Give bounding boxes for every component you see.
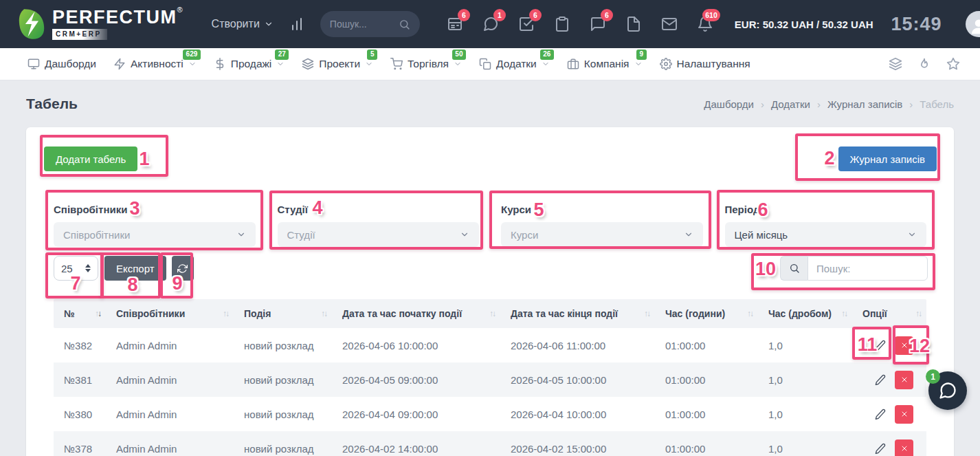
nav-item-sales[interactable]: Продажі 27	[214, 48, 285, 80]
create-label: Створити	[212, 18, 260, 30]
tasks-button[interactable]: 6	[517, 15, 535, 33]
cell-options	[852, 336, 926, 355]
column-header-fraction[interactable]: Час (дробом) ↑↓	[758, 308, 852, 319]
table-row: №378 Admin Admin новий розклад 2026-04-0…	[54, 431, 926, 456]
journal-records-button[interactable]: Журнал записів	[838, 146, 937, 171]
filter-courses: Курси Курси	[501, 204, 703, 247]
nav-item-activities[interactable]: Активності 629	[113, 48, 197, 80]
chevron-down-icon	[907, 230, 917, 239]
filter-label: Співробітники	[54, 204, 256, 215]
cell-employee: Admin Admin	[106, 374, 234, 386]
clipboard-button[interactable]	[553, 15, 571, 33]
pencil-icon	[875, 409, 886, 420]
chat-button[interactable]: 1	[482, 15, 500, 33]
brand-registered-mark: ®	[177, 6, 183, 14]
mail-button[interactable]	[660, 15, 678, 33]
column-header-start[interactable]: Дата та час початку події ↑↓	[332, 308, 500, 319]
studios-select[interactable]: Студії	[278, 222, 480, 247]
cash-register-button[interactable]: 6	[446, 15, 464, 33]
export-button[interactable]: Експорт	[104, 256, 166, 281]
chat-badge: 1	[493, 9, 506, 21]
delete-button[interactable]	[895, 405, 913, 424]
favorites-button[interactable]	[946, 56, 961, 72]
period-select[interactable]: Цей місяць	[725, 222, 927, 247]
chevron-down-icon	[684, 230, 693, 239]
table-search	[780, 256, 928, 281]
cell-employee: Admin Admin	[106, 443, 234, 455]
nav-item-settings[interactable]: Налаштування	[660, 48, 750, 80]
edit-button[interactable]	[875, 374, 886, 385]
select-value: Студії	[287, 229, 315, 241]
edit-button[interactable]	[875, 443, 886, 454]
column-header-hours[interactable]: Час (години) ↑↓	[655, 308, 758, 319]
cell-number: №378	[54, 443, 106, 455]
add-timesheet-button[interactable]: Додати табель	[44, 146, 137, 171]
comments-button[interactable]: 6	[589, 15, 607, 33]
cell-hours: 01:00:00	[655, 443, 758, 455]
courses-select[interactable]: Курси	[501, 222, 703, 247]
column-header-employees[interactable]: Співробітники ↑↓	[106, 308, 234, 319]
nav-item-trade[interactable]: Торгівля 50	[390, 48, 462, 80]
search-icon	[789, 263, 800, 274]
nav-item-dashboards[interactable]: Дашборди	[27, 48, 96, 80]
currency-rate: EUR: 50.32 UAH / 50.32 UAH	[735, 19, 873, 30]
document-icon	[625, 16, 642, 32]
nav-badge: 629	[183, 50, 201, 60]
chevron-down-icon	[276, 60, 285, 68]
global-search-input[interactable]	[330, 19, 399, 30]
nav-badge: 26	[540, 50, 554, 60]
table-search-input[interactable]	[808, 256, 928, 281]
edit-button[interactable]	[875, 409, 886, 420]
app-window: PERFECTUM® CRM+ERP Створити 6 1	[0, 0, 980, 456]
cell-options	[852, 405, 926, 424]
user-menu[interactable]	[966, 11, 980, 37]
cell-end: 2026-04-02 15:00:00	[500, 443, 655, 455]
stats-button[interactable]	[289, 16, 305, 32]
nav-item-company[interactable]: Компанія 9	[567, 48, 643, 80]
cell-end: 2026-04-04 10:00:00	[500, 409, 655, 420]
cell-fraction: 1,0	[758, 340, 852, 351]
pencil-icon	[875, 443, 886, 454]
hot-items-button[interactable]	[917, 56, 932, 72]
breadcrumb-addons[interactable]: Додатки	[771, 98, 810, 110]
nav-label: Компанія	[584, 58, 630, 70]
delete-button[interactable]	[895, 371, 913, 389]
nav-label: Налаштування	[677, 58, 750, 70]
column-header-options[interactable]: Опції ↑↓	[852, 308, 926, 319]
register-badge: 6	[458, 9, 470, 21]
brand-logo[interactable]: PERFECTUM® CRM+ERP	[18, 8, 183, 41]
nav-item-projects[interactable]: Проекти 5	[302, 48, 373, 80]
sort-icon: ↑↓	[223, 309, 228, 318]
employees-select[interactable]: Співробітники	[54, 222, 256, 247]
column-header-event[interactable]: Подія ↑↓	[234, 308, 332, 319]
brand-text: PERFECTUM® CRM+ERP	[52, 8, 183, 40]
notifications-button[interactable]: 610	[696, 15, 714, 33]
cell-end: 2026-04-06 11:00:00	[500, 340, 655, 351]
documents-button[interactable]	[625, 15, 643, 33]
topbar: PERFECTUM® CRM+ERP Створити 6 1	[0, 0, 980, 48]
sort-icon: ↑↓	[841, 309, 847, 318]
comments-badge: 6	[601, 9, 613, 21]
column-header-end[interactable]: Дата та час кінця події ↑↓	[500, 308, 655, 319]
column-header-number[interactable]: № ↑↓	[54, 308, 106, 319]
clock: 15:49	[891, 14, 942, 35]
create-menu[interactable]: Створити	[212, 18, 274, 30]
breadcrumb-journal[interactable]: Журнал записів	[827, 98, 902, 110]
cell-event: новий розклад	[234, 374, 332, 386]
flame-icon	[917, 57, 931, 71]
delete-button[interactable]	[895, 439, 913, 456]
cell-fraction: 1,0	[758, 443, 852, 455]
global-search	[320, 11, 420, 37]
breadcrumb-dashboards[interactable]: Дашборди	[704, 98, 754, 110]
search-icon	[399, 19, 410, 30]
zap-icon	[113, 58, 126, 70]
briefcase-icon	[567, 58, 579, 70]
person-icon	[968, 16, 980, 36]
filter-employees: Співробітники Співробітники	[54, 204, 256, 247]
page-size-select[interactable]: 25	[54, 256, 98, 281]
delete-button[interactable]	[895, 336, 913, 355]
edit-button[interactable]	[875, 340, 886, 351]
nav-item-addons[interactable]: Додатки 26	[479, 48, 550, 80]
layers-shortcut-button[interactable]	[888, 56, 903, 72]
refresh-button[interactable]	[172, 256, 194, 281]
